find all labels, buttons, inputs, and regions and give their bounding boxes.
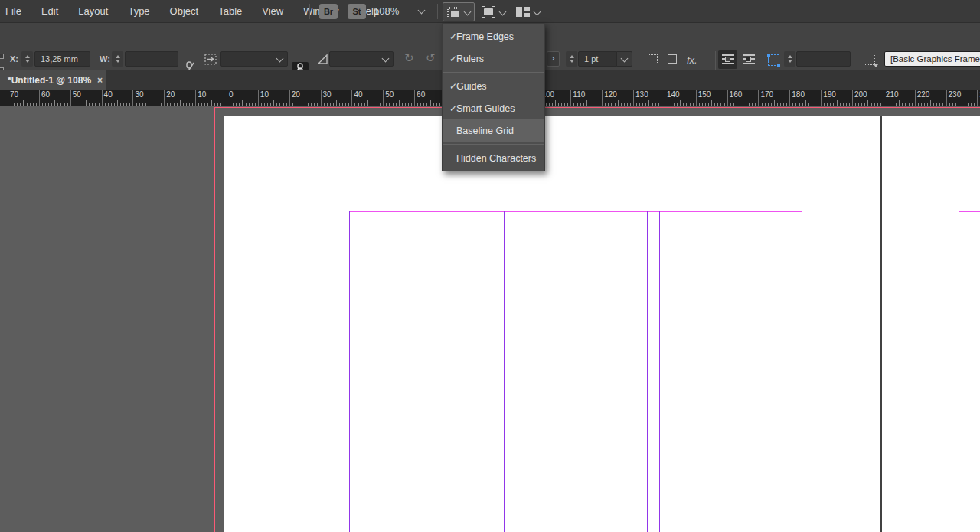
ruler-minor-tick [930,100,931,106]
screen-mode-chevron-icon [499,8,507,16]
menu-separator [443,72,544,73]
menu-file[interactable]: File [0,0,31,23]
ruler-major-tick [132,90,133,106]
wrap-around-bounding-box-button[interactable] [739,50,758,69]
ruler-tick-label: 40 [354,90,362,99]
ruler-tick-label: 0 [229,90,234,99]
frame-fitting-stepper[interactable] [784,51,795,67]
menu-item-guides[interactable]: ✓Guides [443,75,544,97]
document-tab-close-icon[interactable]: × [97,75,103,86]
ruler-minor-tick [430,100,431,106]
column-guide-vertical[interactable] [349,211,350,532]
column-guide-vertical[interactable] [659,211,660,532]
object-style-icon[interactable] [864,54,875,65]
bleed-guide-vertical[interactable] [214,107,215,532]
ruler-major-tick [821,90,822,106]
ruler-major-tick [321,90,322,106]
column-guide-vertical[interactable] [647,211,648,532]
document-tab[interactable]: *Untitled-1 @ 108% × [0,70,106,90]
menu-object[interactable]: Object [160,0,209,23]
menu-item-baseline-grid[interactable]: Baseline Grid [443,119,544,142]
ruler-tick-label: 120 [604,90,617,99]
margin-guide-top[interactable] [959,211,980,212]
stroke-weight-stepper[interactable] [566,51,577,67]
x-position-stepper[interactable] [21,51,33,67]
bleed-guide-horizontal[interactable] [214,107,980,108]
ruler-tick-label: 190 [823,90,836,99]
screen-mode-button[interactable] [478,2,509,21]
menu-item-smart-guides[interactable]: ✓Smart Guides [443,97,544,119]
ruler-tick-label: 60 [41,90,50,99]
menu-item-rulers[interactable]: ✓Rulers [443,47,544,70]
page-spread[interactable] [224,116,980,532]
ruler-major-tick [289,90,290,106]
scale-x-combo[interactable] [220,51,288,67]
margin-guide-top[interactable] [349,211,802,212]
view-options-button[interactable] [443,2,475,21]
stroke-weight-flyout-button[interactable]: › [547,51,560,67]
arrange-documents-button[interactable] [512,2,544,21]
ruler-minor-tick [23,100,24,106]
ruler-tick-label: 40 [104,90,113,99]
x-position-label: X: [10,54,18,64]
effects-button[interactable]: fx. [687,54,697,66]
ruler-minor-tick [368,100,368,106]
column-guide-vertical[interactable] [504,211,505,532]
ruler-minor-tick [305,100,305,106]
ruler-minor-tick [805,100,806,106]
ruler-major-tick [8,90,8,106]
rotate-cw-icon[interactable]: ↻ [404,51,414,65]
rotation-angle-combo[interactable] [329,51,394,67]
arrange-documents-chevron-icon [534,8,541,16]
no-text-wrap-button[interactable] [718,50,737,69]
ruler-major-tick [915,90,916,106]
ruler-major-tick [696,90,697,106]
ruler-tick-label: 220 [917,90,930,99]
checkmark-icon: ✓ [443,31,456,42]
menu-layout[interactable]: Layout [68,0,118,23]
menu-table[interactable]: Table [208,0,252,23]
menu-type[interactable]: Type [118,0,159,23]
frame-fitting-field[interactable] [796,51,851,67]
ruler-major-tick [665,90,665,106]
menu-item-hidden-characters[interactable]: Hidden Characters [443,147,544,169]
width-stepper[interactable] [112,51,123,67]
column-guide-vertical[interactable] [802,211,802,532]
view-options-menu: ✓Frame Edges✓Rulers✓Guides✓Smart GuidesB… [442,23,545,171]
ruler-major-tick [633,90,634,106]
view-options-chevron-icon [464,8,472,16]
ruler-minor-tick [899,100,900,106]
stock-button[interactable]: St [348,4,366,19]
corner-options-icon[interactable] [648,54,658,64]
menu-edit[interactable]: Edit [31,0,68,23]
menu-item-label: Hidden Characters [456,153,536,164]
menu-item-frame-edges[interactable]: ✓Frame Edges [443,25,544,47]
bridge-button[interactable]: Br [319,4,338,19]
stroke-weight-field[interactable]: 1 pt [578,51,617,67]
menu-item-label: Guides [456,81,487,92]
x-position-field[interactable]: 13,25 mm [34,51,90,67]
rotate-ccw-icon[interactable]: ↺ [426,51,436,65]
corner-shape-icon[interactable] [668,54,677,64]
object-style-field[interactable]: [Basic Graphics Frame] [884,51,980,67]
ruler-tick-label: 20 [166,90,175,99]
ruler-tick-label: 30 [323,90,332,99]
zoom-level-chevron-icon[interactable] [418,7,426,15]
menu-view[interactable]: View [252,0,293,23]
ruler-tick-label: 230 [949,90,962,99]
column-guide-vertical[interactable] [959,211,959,532]
width-field[interactable] [125,51,178,67]
ruler-minor-tick [211,100,212,106]
zoom-level-value[interactable]: 108% [374,5,399,17]
ruler-minor-tick [149,100,149,106]
menubar-separator [309,4,310,19]
frame-fitting-icon[interactable] [768,54,779,66]
ruler-major-tick [602,90,603,106]
column-guide-vertical[interactable] [492,211,492,532]
checkmark-icon: ✓ [443,54,456,64]
stroke-weight-chevron-button[interactable] [616,51,632,67]
ruler-major-tick [977,90,978,106]
ruler-tick-label: 140 [667,90,680,99]
no-text-wrap-icon [722,54,734,64]
page-spine-edge [880,116,882,532]
